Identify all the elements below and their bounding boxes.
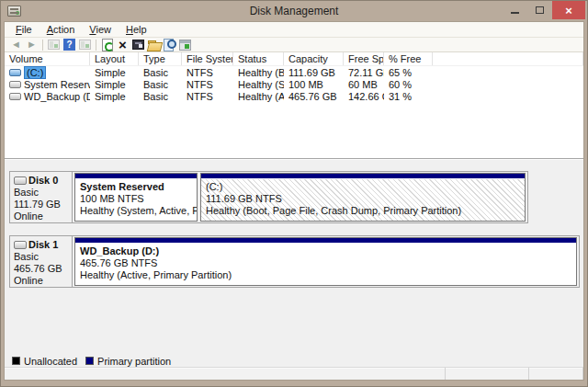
graphical-view: Disk 0 Basic 111.79 GB Online System Res… [5, 159, 583, 354]
disk-1-row: Disk 1 Basic 465.76 GB Online WD_Backup … [9, 235, 580, 288]
help-button[interactable]: ? [62, 38, 77, 51]
cell-free-space: 60 MB [344, 79, 384, 90]
cell-capacity: 111.69 GB [284, 67, 344, 78]
disk-0-partitions: System Reserved 100 MB NTFS Healthy (Sys… [73, 172, 527, 222]
legend-bar: Unallocated Primary partition [5, 355, 583, 367]
maximize-button[interactable] [527, 1, 552, 19]
partition-status: Healthy (Boot, Page File, Crash Dump, Pr… [206, 205, 525, 217]
volume-name: WD_Backup (D:) [24, 91, 90, 102]
properties-button[interactable] [130, 38, 146, 51]
cell-type: Basic [139, 67, 182, 78]
partition-system-reserved[interactable]: System Reserved 100 MB NTFS Healthy (Sys… [74, 173, 198, 222]
forward-button[interactable]: ► [24, 38, 40, 51]
volume-name: System Reserved [24, 79, 90, 90]
menu-action[interactable]: Action [40, 22, 83, 38]
toolbar-separator [42, 40, 43, 51]
cell-pct-free: 65 % [384, 67, 433, 78]
drive-icon [9, 81, 21, 88]
partition-name: System Reserved [80, 181, 197, 193]
cell-file-system: NTFS [182, 91, 233, 102]
partition-c-selected[interactable]: (C:) 111.69 GB NTFS Healthy (Boot, Page … [200, 173, 526, 222]
cell-pct-free: 60 % [384, 79, 433, 90]
column-header-status[interactable]: Status [233, 52, 284, 65]
disk-icon [14, 241, 27, 249]
disk-size: 465.76 GB [14, 263, 72, 275]
client-area: File Action View Help ◄ ► ? × Volume Lay [4, 21, 584, 381]
show-action-pane-button[interactable] [77, 38, 93, 51]
column-header-volume[interactable]: Volume [5, 52, 90, 65]
disk-management-window: Disk Management × File Action View Help … [0, 0, 588, 387]
disk-type: Basic [14, 251, 72, 263]
cell-type: Basic [139, 91, 182, 102]
column-header-pct-free[interactable]: % Free [384, 52, 433, 65]
menu-view[interactable]: View [82, 22, 119, 38]
back-arrow-icon: ◄ [11, 38, 21, 51]
open-button[interactable] [146, 38, 162, 51]
volume-name-selected[interactable]: (C:) [24, 66, 46, 79]
refresh-button[interactable] [99, 38, 115, 51]
disk-icon [14, 176, 27, 185]
disk-status: Online [14, 275, 72, 287]
partition-name: (C:) [206, 181, 525, 193]
cell-capacity: 465.76 GB [284, 91, 344, 102]
cell-type: Basic [139, 79, 182, 90]
primary-partition-label: Primary partition [97, 356, 171, 367]
partition-name: WD_Backup (D:) [80, 245, 576, 257]
cell-capacity: 100 MB [284, 79, 344, 90]
disk-0-header[interactable]: Disk 0 Basic 111.79 GB Online [10, 172, 73, 222]
titlebar[interactable]: Disk Management × [1, 1, 587, 21]
action-pane-icon [79, 40, 91, 50]
disk-1-partitions: WD_Backup (D:) 465.76 GB NTFS Healthy (A… [73, 236, 579, 287]
snap-in-icon [179, 40, 191, 51]
cell-free-space: 142.66 GB [344, 91, 384, 102]
magnifier-icon [164, 39, 176, 51]
partition-wd-backup[interactable]: WD_Backup (D:) 465.76 GB NTFS Healthy (A… [74, 237, 577, 286]
volume-row-system-reserved[interactable]: System Reserved Simple Basic NTFS Health… [5, 78, 583, 90]
status-bar [5, 367, 583, 380]
console-tree-icon [48, 40, 60, 50]
snap-in-help-button[interactable] [177, 38, 193, 51]
status-pane [5, 368, 446, 380]
refresh-icon [102, 39, 113, 51]
disk-name: Disk 1 [28, 239, 58, 251]
forward-arrow-icon: ► [27, 38, 37, 51]
cell-layout: Simple [90, 79, 139, 90]
minimize-icon [511, 12, 519, 14]
cell-status: Healthy (B... [233, 67, 284, 78]
drive-icon [9, 93, 21, 100]
delete-button[interactable]: × [115, 38, 130, 51]
column-header-file-system[interactable]: File System [182, 52, 233, 65]
window-title: Disk Management [1, 1, 587, 21]
cell-pct-free: 31 % [384, 91, 433, 102]
cell-layout: Simple [90, 67, 139, 78]
column-header-layout[interactable]: Layout [90, 52, 139, 65]
cell-layout: Simple [90, 91, 139, 102]
show-console-tree-button[interactable] [46, 38, 62, 51]
cell-status: Healthy (S... [233, 79, 284, 90]
column-header-free-space[interactable]: Free Spa... [344, 52, 384, 65]
partition-size: 111.69 GB NTFS [206, 193, 525, 205]
partition-status: Healthy (Active, Primary Partition) [80, 269, 576, 281]
disk-1-header[interactable]: Disk 1 Basic 465.76 GB Online [10, 236, 73, 287]
volume-list-header: Volume Layout Type File System Status Ca… [5, 52, 583, 66]
column-header-capacity[interactable]: Capacity [284, 52, 344, 65]
menu-help[interactable]: Help [119, 22, 154, 38]
column-header-type[interactable]: Type [139, 52, 182, 65]
volume-row-wd-backup[interactable]: WD_Backup (D:) Simple Basic NTFS Healthy… [5, 90, 583, 102]
cell-file-system: NTFS [182, 67, 233, 78]
partition-status: Healthy (System, Active, Primary Partiti… [80, 205, 197, 217]
volume-row-c[interactable]: (C:) Simple Basic NTFS Healthy (B... 111… [5, 66, 583, 78]
view-button[interactable] [162, 38, 177, 51]
disk-name: Disk 0 [28, 175, 58, 187]
menu-file[interactable]: File [8, 22, 40, 38]
minimize-button[interactable] [503, 1, 527, 19]
primary-partition-swatch [85, 357, 94, 365]
disk-size: 111.79 GB [14, 199, 72, 211]
help-icon: ? [63, 39, 75, 51]
disk-0-row: Disk 0 Basic 111.79 GB Online System Res… [9, 171, 528, 223]
close-button[interactable]: × [552, 1, 585, 19]
back-button[interactable]: ◄ [8, 38, 24, 51]
unallocated-swatch [12, 357, 20, 365]
column-header-blank [433, 52, 583, 65]
status-pane [529, 368, 583, 380]
